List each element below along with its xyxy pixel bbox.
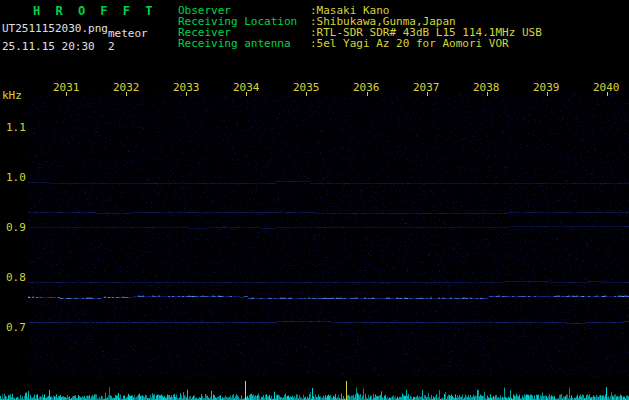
app-title: H R O F F T bbox=[33, 4, 156, 18]
antenna-value: :5el Yagi Az 20 for Aomori VOR bbox=[310, 37, 509, 50]
freq-unit-label: kHz bbox=[2, 89, 22, 102]
signal-strip-canvas bbox=[0, 381, 629, 400]
antenna-label: Receiving antenna bbox=[178, 37, 291, 50]
spectrogram-canvas bbox=[28, 92, 629, 378]
freq-tick-label: 1.1 bbox=[6, 121, 26, 134]
freq-tick-label: 0.7 bbox=[6, 321, 26, 334]
output-filename: UT2511152030.png bbox=[2, 22, 108, 35]
datetime-label: 25.11.15 20:30 2 bbox=[2, 40, 115, 53]
freq-tick-label: 0.9 bbox=[6, 221, 26, 234]
hrofft-window: H R O F F T UT2511152030.png meteor 25.1… bbox=[0, 0, 629, 400]
freq-tick-label: 1.0 bbox=[6, 171, 26, 184]
mode-label: meteor bbox=[108, 27, 148, 40]
freq-tick-label: 0.8 bbox=[6, 271, 26, 284]
